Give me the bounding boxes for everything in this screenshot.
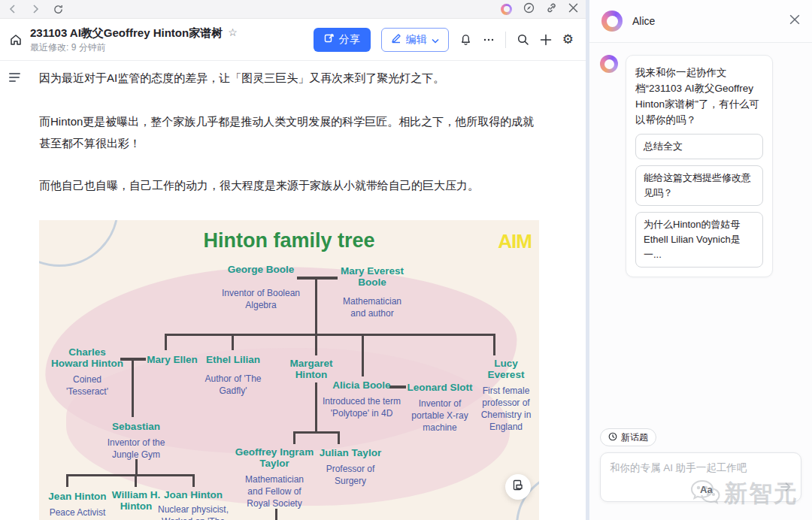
close-icon[interactable]: [789, 14, 800, 28]
bell-icon[interactable]: [459, 33, 472, 46]
family-tree-image: Hinton family tree AIM: [39, 220, 539, 520]
alice-avatar: [600, 55, 618, 73]
ai-assistant-panel: Alice 我来和你一起协作文档“231103 AI教父Geoffrey Hin…: [589, 0, 812, 520]
tree-node: Mary Everest BooleMathematician and auth…: [327, 265, 417, 319]
search-icon[interactable]: [517, 33, 529, 46]
plus-icon[interactable]: [540, 34, 552, 46]
new-topic-label: 新话题: [621, 431, 648, 444]
doc-title: 231103 AI教父Geoffrey Hinton家谱树: [30, 26, 223, 40]
comment-button[interactable]: [505, 474, 531, 500]
document-window: 231103 AI教父Geoffrey Hinton家谱树 ☆ 最近修改: 9 …: [0, 0, 586, 520]
doc-paragraph: 而Hinton更是被曝出，整个家族几乎都是推动人类文明发展的科学巨匠。相比之下，…: [39, 110, 539, 154]
toolbar-divider: [505, 32, 506, 48]
chat-footer: 新话题 Aa 新智元: [589, 428, 812, 520]
outline-icon[interactable]: [9, 73, 20, 84]
assistant-name: Alice: [632, 15, 655, 27]
edit-button[interactable]: 编辑: [381, 28, 449, 52]
home-icon[interactable]: [9, 33, 23, 47]
doc-toolbar: 231103 AI教父Geoffrey Hinton家谱树 ☆ 最近修改: 9 …: [0, 19, 586, 61]
chat-input[interactable]: [601, 453, 801, 483]
tree-node: Leonard SlottInventor of portable X-ray …: [398, 382, 481, 434]
tree-node: Lucy EverestFirst female professor of Ch…: [471, 358, 540, 433]
browser-bar: [0, 0, 586, 19]
gear-icon[interactable]: ⚙: [562, 32, 574, 47]
ai-panel-header: Alice: [589, 0, 812, 43]
doc-paragraph: 因为最近对于AI监管的态度的差异，让「图灵三巨头」又再次来到了聚光灯之下。: [39, 67, 539, 89]
refresh-icon[interactable]: [53, 4, 64, 15]
chat-input-card: Aa: [600, 452, 801, 502]
alice-logo-icon[interactable]: [501, 4, 512, 15]
share-label: 分享: [339, 33, 360, 47]
aim-logo: AIM: [498, 230, 532, 253]
edit-label: 编辑: [406, 33, 427, 47]
doc-body: 因为最近对于AI监管的态度的差异，让「图灵三巨头」又再次来到了聚光灯之下。 而H…: [0, 61, 586, 520]
window-close-icon[interactable]: [568, 2, 578, 16]
link-icon[interactable]: [546, 2, 557, 17]
more-icon[interactable]: [483, 34, 495, 46]
star-icon[interactable]: ☆: [228, 26, 238, 39]
tree-node: Charles Howard HintonCoined 'Tesseract': [42, 346, 132, 398]
doc-paragraph: 而他自己也自曝，自己工作的动力，很大程度是来源于家族从小就带给自己的巨大压力。: [39, 174, 539, 196]
tree-node: George BooleInventor of Boolean Algebra: [212, 264, 310, 311]
compass-icon[interactable]: [523, 2, 535, 17]
tree-node: SebastianInventor of the Jungle Gym: [91, 421, 181, 461]
suggestion-chip[interactable]: 总结全文: [635, 134, 763, 159]
new-topic-button[interactable]: 新话题: [600, 428, 656, 446]
forward-icon[interactable]: [30, 4, 41, 14]
chevron-down-icon: [432, 34, 439, 46]
back-icon[interactable]: [8, 4, 18, 14]
doc-modified: 最近修改: 9 分钟前: [30, 42, 238, 53]
assistant-message-row: 我来和你一起协作文档“231103 AI教父Geoffrey Hinton家谱树…: [600, 55, 801, 277]
tree-node: Julian TaylorProfessor of Surgery: [309, 447, 392, 487]
tree-node: Joan HintonNuclear physicist, Worked on …: [147, 489, 241, 520]
text-format-icon[interactable]: Aa: [700, 484, 713, 495]
chat-area: 我来和你一起协作文档“231103 AI教父Geoffrey Hinton家谱树…: [589, 43, 812, 428]
tree-node: Ethel LilianAuthor of 'The Gadfly': [192, 354, 274, 397]
tree-title: Hinton family tree: [203, 229, 374, 252]
comment-icon: [512, 479, 524, 494]
history-icon: [608, 432, 617, 443]
suggestion-chip[interactable]: 能给这篇文档提些修改意见吗？: [635, 165, 763, 206]
share-icon: [324, 33, 335, 46]
tree-node: Margaret Hinton: [277, 358, 345, 380]
send-icon[interactable]: [780, 481, 792, 496]
alice-avatar: [601, 11, 623, 32]
decor-circle: [39, 220, 119, 267]
assistant-message-card: 我来和你一起协作文档“231103 AI教父Geoffrey Hinton家谱树…: [626, 55, 773, 277]
edit-icon: [391, 33, 401, 46]
suggestion-chip[interactable]: 为什么Hinton的曾姑母Ethell Lilian Voynich是一...: [635, 212, 763, 268]
share-button[interactable]: 分享: [314, 28, 371, 52]
assistant-message-text: 我来和你一起协作文档“231103 AI教父Geoffrey Hinton家谱树…: [635, 65, 763, 128]
